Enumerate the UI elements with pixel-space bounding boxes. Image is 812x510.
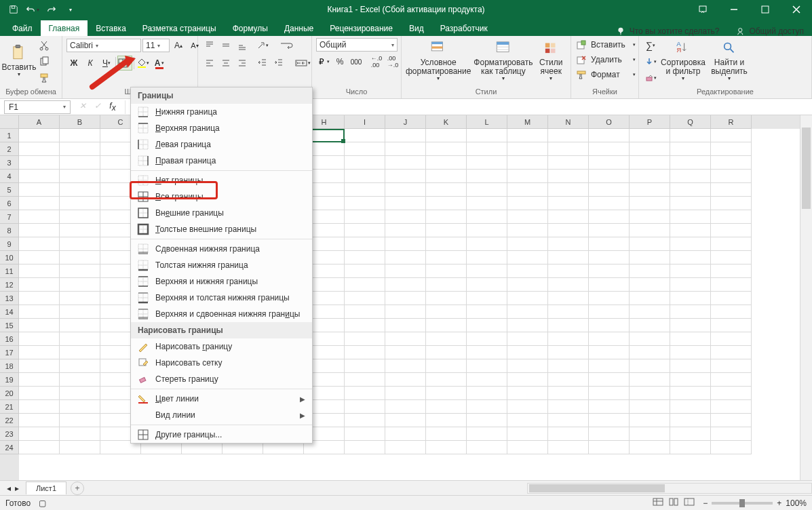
cell[interactable] — [670, 237, 711, 251]
worksheet-grid[interactable]: ABCDEFGHIJKLMNOPQR 123456789101112131415… — [0, 115, 812, 480]
cell[interactable] — [467, 142, 507, 156]
cell[interactable] — [711, 359, 752, 373]
cell[interactable] — [345, 197, 385, 210]
cell[interactable] — [385, 156, 426, 170]
sort-filter-button[interactable]: AЯ Сортировка и фильтр▾ — [661, 38, 705, 83]
cell[interactable] — [426, 400, 467, 414]
row-header[interactable]: 15 — [0, 319, 19, 332]
cell[interactable] — [19, 292, 60, 305]
cell[interactable] — [630, 292, 670, 305]
menu-item[interactable]: Толстая нижняя граница — [131, 257, 312, 273]
cell[interactable] — [711, 292, 752, 305]
row-header[interactable]: 2 — [0, 142, 19, 156]
align-middle-button[interactable] — [218, 38, 233, 53]
cell[interactable] — [548, 319, 589, 332]
cell[interactable] — [345, 441, 385, 454]
cell[interactable] — [670, 387, 711, 400]
cell[interactable] — [507, 251, 548, 264]
cell[interactable] — [630, 359, 670, 373]
cell[interactable] — [507, 441, 548, 454]
row-header[interactable]: 7 — [0, 210, 19, 224]
cell[interactable] — [630, 373, 670, 387]
cell[interactable] — [630, 346, 670, 359]
cell[interactable] — [711, 441, 752, 454]
cell[interactable] — [670, 224, 711, 237]
cell[interactable] — [630, 197, 670, 210]
cell[interactable] — [670, 414, 711, 427]
cell[interactable] — [711, 400, 752, 414]
cell[interactable] — [60, 129, 100, 142]
cell[interactable] — [711, 414, 752, 427]
cell[interactable] — [60, 183, 100, 197]
cell[interactable] — [589, 441, 630, 454]
cell[interactable] — [60, 224, 100, 237]
zoom-level[interactable]: 100% — [786, 498, 807, 508]
cell[interactable] — [589, 414, 630, 427]
cell[interactable] — [507, 346, 548, 359]
cell[interactable] — [60, 210, 100, 224]
cell[interactable] — [60, 319, 100, 332]
zoom-out-button[interactable]: − — [703, 498, 708, 508]
cell[interactable] — [670, 129, 711, 142]
cut-button[interactable] — [37, 38, 52, 53]
cell[interactable] — [345, 264, 385, 278]
cell[interactable] — [630, 251, 670, 264]
cell[interactable] — [426, 292, 467, 305]
cell[interactable] — [548, 359, 589, 373]
cell[interactable] — [507, 292, 548, 305]
cell[interactable] — [467, 251, 507, 264]
cell[interactable] — [548, 305, 589, 319]
row-header[interactable]: 14 — [0, 305, 19, 319]
cell[interactable] — [426, 156, 467, 170]
row-header[interactable]: 23 — [0, 427, 19, 441]
menu-item[interactable]: Вид линии▶ — [131, 407, 312, 423]
cell[interactable] — [630, 400, 670, 414]
cell[interactable] — [507, 170, 548, 183]
menu-item[interactable]: Нарисовать сетку — [131, 355, 312, 371]
column-header[interactable]: R — [711, 115, 752, 129]
menu-item[interactable]: Верхняя и толстая нижняя границы — [131, 290, 312, 306]
cell[interactable] — [467, 400, 507, 414]
column-header[interactable]: J — [385, 115, 426, 129]
cell[interactable] — [711, 387, 752, 400]
cell[interactable] — [385, 210, 426, 224]
cell[interactable] — [385, 319, 426, 332]
cell[interactable] — [345, 400, 385, 414]
cell[interactable] — [670, 400, 711, 414]
row-header[interactable]: 18 — [0, 359, 19, 373]
cell[interactable] — [60, 170, 100, 183]
cell[interactable] — [19, 129, 60, 142]
cell[interactable] — [60, 156, 100, 170]
cell[interactable] — [426, 183, 467, 197]
menu-item[interactable]: Толстые внешние границы — [131, 221, 312, 237]
cell[interactable] — [507, 332, 548, 346]
cell[interactable] — [385, 441, 426, 454]
cell[interactable] — [467, 319, 507, 332]
sheet-tab[interactable]: Лист1 — [26, 482, 66, 494]
undo-button[interactable]: ▾ — [24, 1, 41, 18]
cell[interactable] — [589, 427, 630, 441]
cell[interactable] — [467, 156, 507, 170]
menu-item[interactable]: Все границы — [131, 189, 312, 205]
cell[interactable] — [385, 359, 426, 373]
column-header[interactable]: I — [345, 115, 385, 129]
cell[interactable] — [60, 305, 100, 319]
cell[interactable] — [711, 129, 752, 142]
font-name-combo[interactable]: Calibri▾ — [66, 39, 141, 52]
cell[interactable] — [19, 264, 60, 278]
cell[interactable] — [426, 264, 467, 278]
format-painter-button[interactable] — [37, 71, 52, 85]
cell[interactable] — [426, 305, 467, 319]
cell[interactable] — [670, 210, 711, 224]
cell[interactable] — [385, 427, 426, 441]
cell[interactable] — [426, 319, 467, 332]
menu-item[interactable]: Нет границы — [131, 172, 312, 189]
cell[interactable] — [548, 332, 589, 346]
cell[interactable] — [467, 305, 507, 319]
menu-item[interactable]: Правая граница — [131, 153, 312, 169]
cell[interactable] — [60, 400, 100, 414]
cell[interactable] — [467, 373, 507, 387]
zoom-slider[interactable] — [712, 502, 773, 505]
cell[interactable] — [385, 373, 426, 387]
decrease-decimal-button[interactable]: .00→.0 — [385, 54, 400, 69]
